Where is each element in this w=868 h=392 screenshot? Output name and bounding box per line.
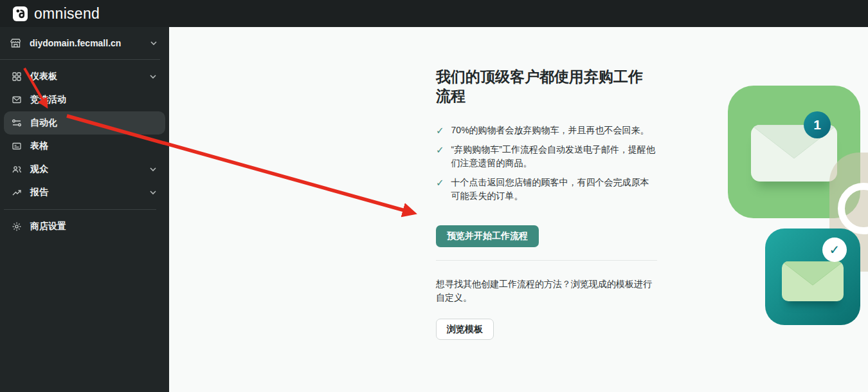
bullet-text: “弃购购物车”工作流程会自动发送电子邮件，提醒他们注意遗留的商品。 xyxy=(451,143,657,170)
sidebar-item-campaigns[interactable]: 竞选活动 xyxy=(4,88,165,111)
logo-text: omnisend xyxy=(34,5,100,23)
report-icon xyxy=(11,187,22,198)
store-selector[interactable]: diydomain.fecmall.cn xyxy=(0,27,169,59)
sidebar-item-label: 报告 xyxy=(30,187,140,198)
ring-shape xyxy=(838,183,868,234)
check-icon: ✓ xyxy=(436,143,444,170)
check-icon: ✓ xyxy=(436,176,444,203)
sidebar-item-reports[interactable]: 报告 xyxy=(4,181,165,204)
content-column: 我们的顶级客户都使用弃购工作流程 ✓ 70%的购物者会放弃购物车，并且再也不会回… xyxy=(436,67,657,340)
automation-icon xyxy=(11,118,22,129)
sidebar-divider xyxy=(0,59,160,60)
store-name: diydomain.fecmall.cn xyxy=(30,38,140,48)
form-icon xyxy=(11,141,22,152)
sidebar-item-label: 商店设置 xyxy=(30,221,158,232)
chevron-down-icon xyxy=(148,71,158,82)
chevron-down-icon xyxy=(148,164,158,174)
teal-envelope-tile: ✓ xyxy=(765,229,860,325)
list-item: ✓ 十个点击返回您店铺的顾客中，有四个会完成原本可能丢失的订单。 xyxy=(436,176,657,203)
envelope-graphic xyxy=(751,125,837,182)
sidebar-item-dashboard[interactable]: 仪表板 xyxy=(4,65,165,88)
sidebar-divider xyxy=(4,209,156,210)
green-envelope-tile: 1 xyxy=(728,86,860,218)
dashboard-icon xyxy=(11,71,22,82)
sidebar-item-automation[interactable]: 自动化 xyxy=(4,111,165,135)
sidebar-item-forms[interactable]: 表格 xyxy=(4,135,165,158)
sidebar-menu: 仪表板 竞选活动 自动化 xyxy=(0,64,169,238)
sidebar-item-label: 自动化 xyxy=(30,117,158,129)
sidebar-item-store-settings[interactable]: 商店设置 xyxy=(4,215,165,238)
content-divider xyxy=(436,260,657,261)
sidebar-item-audience[interactable]: 观众 xyxy=(4,158,165,181)
bullet-text: 十个点击返回您店铺的顾客中，有四个会完成原本可能丢失的订单。 xyxy=(451,176,657,203)
browse-templates-button[interactable]: 浏览模板 xyxy=(436,319,494,340)
omnisend-logo[interactable]: omnisend xyxy=(13,5,100,23)
storefront-icon xyxy=(10,38,21,49)
check-badge: ✓ xyxy=(822,238,847,262)
sidebar-item-label: 表格 xyxy=(30,140,158,152)
people-icon xyxy=(11,164,22,175)
main-content: 我们的顶级客户都使用弃购工作流程 ✓ 70%的购物者会放弃购物车，并且再也不会回… xyxy=(169,27,868,392)
notification-badge: 1 xyxy=(804,111,831,138)
bullet-text: 70%的购物者会放弃购物车，并且再也不会回来。 xyxy=(451,124,649,137)
page-title: 我们的顶级客户都使用弃购工作流程 xyxy=(436,67,657,106)
list-item: ✓ 70%的购物者会放弃购物车，并且再也不会回来。 xyxy=(436,124,657,137)
beige-overlay-shape xyxy=(829,153,868,272)
gear-icon xyxy=(11,221,22,232)
top-bar: omnisend xyxy=(0,0,868,27)
helper-text: 想寻找其他创建工作流程的方法？浏览现成的模板进行自定义。 xyxy=(436,277,657,304)
check-icon: ✓ xyxy=(436,124,444,137)
omnisend-logo-icon xyxy=(13,6,28,21)
chevron-down-icon xyxy=(148,187,158,198)
sidebar: diydomain.fecmall.cn 仪表板 xyxy=(0,27,169,392)
sidebar-item-label: 观众 xyxy=(30,163,140,175)
sidebar-item-label: 仪表板 xyxy=(30,71,140,82)
envelope-icon xyxy=(11,95,22,106)
envelope-graphic xyxy=(782,261,844,301)
sidebar-item-label: 竞选活动 xyxy=(30,94,158,106)
list-item: ✓ “弃购购物车”工作流程会自动发送电子邮件，提醒他们注意遗留的商品。 xyxy=(436,143,657,170)
chevron-down-icon xyxy=(149,38,159,48)
preview-start-workflow-button[interactable]: 预览并开始工作流程 xyxy=(436,225,539,247)
